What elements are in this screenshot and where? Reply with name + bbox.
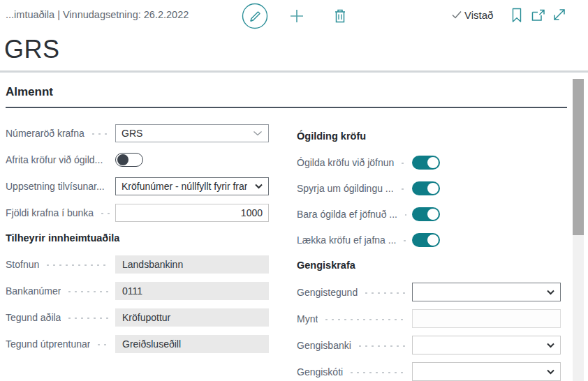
field-gengiskoti: Gengiskóti <box>297 362 567 381</box>
field-afrita-krofur: Afrita kröfur við ógild... <box>6 151 274 169</box>
dotted-leader <box>348 371 406 374</box>
chevron-down-icon <box>547 369 554 375</box>
dotted-leader <box>66 317 110 320</box>
afrita-toggle[interactable] <box>115 153 143 167</box>
ogilda-toggle[interactable] <box>412 156 440 170</box>
expand-icon <box>552 8 566 22</box>
field-label: Gengistegund <box>297 287 358 298</box>
spyrja-toggle[interactable] <box>412 181 440 195</box>
fasttab-almennt: Almennt Númeraröð krafna GRS Afrita kröf… <box>0 73 588 381</box>
field-label: Lækka kröfu ef jafna ... <box>297 234 396 246</box>
field-label: Ógilda kröfu við jöfnun <box>297 157 394 168</box>
tegund-utprentunar-value: Greiðsluseðill <box>115 335 269 353</box>
combobox-value: GRS <box>122 128 142 139</box>
toggle-knob <box>427 157 439 168</box>
field-tegund-utprentunar: Tegund útprentunar Greiðsluseðill <box>6 335 274 353</box>
left-column: Númeraröð krafna GRS Afrita kröfur við ó… <box>6 124 274 381</box>
laekka-toggle[interactable] <box>412 233 440 247</box>
field-label: Fjöldi krafna í bunka <box>6 207 94 218</box>
toggle-knob <box>427 234 439 246</box>
field-ogilda-krofu: Ógilda kröfu við jöfnun <box>297 154 567 172</box>
select-value: Kröfunúmer - núllfyllt fyrir frar <box>122 181 247 192</box>
dotted-leader <box>399 162 406 165</box>
field-label: Númeraröð krafna <box>6 128 84 139</box>
section-header-almennt[interactable]: Almennt <box>6 85 567 108</box>
field-label: Mynt <box>297 313 318 324</box>
dotted-leader <box>99 212 110 215</box>
field-label: Gengiskóti <box>297 366 343 378</box>
field-gengisbanki: Gengisbanki <box>297 336 567 354</box>
dotted-leader <box>323 318 406 321</box>
bankanumer-value: 0111 <box>115 282 269 300</box>
field-numerarod-krafna: Númeraröð krafna GRS <box>6 124 274 142</box>
check-icon <box>450 8 463 21</box>
breadcrumb[interactable]: ...imtuaðila | Vinnudagsetning: 26.2.202… <box>6 9 189 20</box>
subheader-gengiskrafa: Gengiskrafa <box>297 260 567 271</box>
edit-button[interactable] <box>242 3 268 29</box>
chevron-down-icon <box>255 184 263 189</box>
toggle-knob <box>427 183 439 194</box>
subheader-ogilding: Ógilding kröfu <box>297 130 567 142</box>
stofnun-value: Landsbankinn <box>115 255 269 274</box>
field-tegund-adila: Tegund aðila Kröfupottur <box>6 308 274 327</box>
dotted-leader <box>108 159 110 162</box>
toggle-knob <box>427 209 439 220</box>
field-bankanumer: Bankanúmer 0111 <box>6 282 274 300</box>
field-gengistegund: Gengistegund <box>297 283 567 301</box>
numerarod-combobox[interactable]: GRS <box>115 124 269 142</box>
dotted-leader <box>357 345 406 348</box>
subheader-tilheyrir: Tilheyrir innheimtuaðila <box>6 232 274 244</box>
field-label: Uppsetning tilvísunar... <box>6 181 104 192</box>
chevron-down-icon[interactable] <box>253 130 263 136</box>
toggle-knob <box>117 154 128 165</box>
vertical-scrollbar[interactable] <box>573 79 584 381</box>
bara-toggle[interactable] <box>412 207 440 221</box>
dotted-leader <box>363 292 406 294</box>
dotted-leader <box>66 290 110 293</box>
field-bara-ogilda: Bara ógilda ef jöfnuð ... <box>297 205 567 223</box>
chevron-down-icon <box>547 343 554 348</box>
save-status: Vistað <box>450 8 493 21</box>
dotted-leader <box>399 188 406 190</box>
action-bar: ...imtuaðila | Vinnudagsetning: 26.2.202… <box>0 0 588 32</box>
gengiskoti-select[interactable] <box>412 362 561 381</box>
bookmark-icon <box>511 8 522 23</box>
dotted-leader <box>96 343 110 346</box>
delete-button[interactable] <box>333 8 347 24</box>
field-label: Afrita kröfur við ógild... <box>6 154 103 165</box>
dotted-leader <box>402 239 406 242</box>
field-label: Spyrja um ógildingu ... <box>297 183 394 194</box>
right-column: Ógilding kröfu Ógilda kröfu við jöfnun S… <box>297 124 567 381</box>
field-spyrja-um: Spyrja um ógildingu ... <box>297 179 567 197</box>
field-mynt: Mynt <box>297 309 567 328</box>
field-laekka-krofu: Lækka kröfu ef jafna ... <box>297 231 567 249</box>
chevron-down-icon <box>547 290 554 295</box>
expand-button[interactable] <box>552 8 566 22</box>
scrollbar-thumb[interactable] <box>573 79 584 235</box>
dotted-leader <box>403 214 406 216</box>
trash-icon <box>333 8 347 24</box>
field-label: Gengisbanki <box>297 340 351 351</box>
field-label: Tegund aðila <box>6 312 61 323</box>
field-fjoldi-krafna: Fjöldi krafna í bunka <box>6 204 274 222</box>
open-in-window-icon <box>531 8 545 22</box>
plus-icon <box>289 8 304 24</box>
field-uppsetning-tilvisunar: Uppsetning tilvísunar... Kröfunúmer - nú… <box>6 177 274 195</box>
dotted-leader <box>90 133 110 135</box>
tegund-adila-value: Kröfupottur <box>115 308 269 327</box>
uppsetning-select[interactable]: Kröfunúmer - núllfyllt fyrir frar <box>115 177 269 195</box>
gengistegund-select[interactable] <box>412 283 561 301</box>
field-label: Tegund útprentunar <box>6 338 90 350</box>
gengisbanki-select[interactable] <box>412 336 561 354</box>
saved-label: Vistað <box>464 9 493 21</box>
mynt-input[interactable] <box>412 309 561 328</box>
bookmark-button[interactable] <box>511 8 522 23</box>
new-button[interactable] <box>289 8 304 24</box>
pencil-icon <box>242 3 268 29</box>
open-in-window-button[interactable] <box>531 8 545 22</box>
field-stofnun: Stofnun Landsbankinn <box>6 255 274 274</box>
field-label: Bankanúmer <box>6 285 61 297</box>
page-title: GRS <box>4 35 588 64</box>
dotted-leader <box>45 264 110 267</box>
fjoldi-input[interactable] <box>115 204 269 222</box>
